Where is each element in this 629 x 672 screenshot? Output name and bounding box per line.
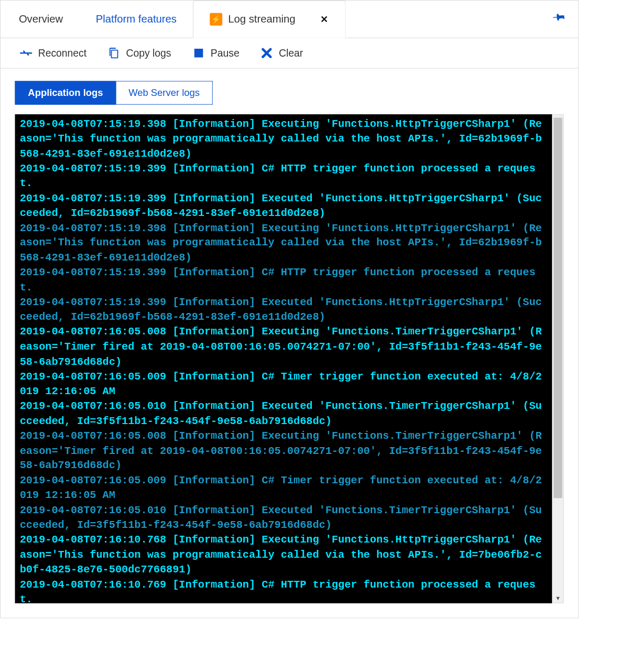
log-line: 2019-04-08T07:15:19.399 [Information] Ex…	[20, 191, 547, 221]
log-line: 2019-04-08T07:16:05.010 [Information] Ex…	[20, 399, 547, 429]
reconnect-label: Reconnect	[38, 47, 86, 59]
tab-log-streaming[interactable]: ⚡ Log streaming ✕	[193, 1, 345, 38]
log-subtabs: Application logs Web Server logs	[1, 69, 578, 105]
tab-platform-features[interactable]: Platform features	[80, 1, 193, 38]
pin-icon[interactable]	[548, 9, 568, 29]
pause-icon	[192, 47, 205, 59]
pause-label: Pause	[211, 47, 240, 59]
tab-platform-label: Platform features	[96, 13, 177, 25]
scroll-thumb[interactable]	[554, 117, 562, 498]
copy-logs-button[interactable]: Copy logs	[108, 47, 171, 59]
tab-overview[interactable]: Overview	[3, 1, 80, 38]
close-icon[interactable]: ✕	[320, 14, 329, 25]
subtab-app-label: Application logs	[28, 88, 103, 98]
log-line: 2019-04-08T07:15:19.398 [Information] Ex…	[20, 117, 547, 162]
subtab-web-server-logs[interactable]: Web Server logs	[116, 81, 212, 105]
copy-label: Copy logs	[126, 47, 171, 59]
tab-log-streaming-label: Log streaming	[228, 13, 295, 26]
reconnect-button[interactable]: Reconnect	[20, 47, 86, 59]
log-line: 2019-04-08T07:16:05.008 [Information] Ex…	[20, 325, 547, 370]
pin-area	[552, 1, 578, 38]
console-wrap: 2019-04-08T07:15:19.398 [Information] Ex…	[1, 105, 578, 618]
log-console[interactable]: 2019-04-08T07:15:19.398 [Information] Ex…	[15, 114, 552, 603]
log-line: 2019-04-08T07:16:05.008 [Information] Ex…	[20, 429, 547, 474]
log-line: 2019-04-08T07:15:19.399 [Information] C#…	[20, 162, 547, 192]
log-line: 2019-04-08T07:15:19.398 [Information] Ex…	[20, 221, 547, 266]
log-line: 2019-04-08T07:15:19.399 [Information] Ex…	[20, 296, 547, 326]
scrollbar[interactable]: ▼	[552, 114, 563, 603]
clear-icon	[261, 47, 273, 59]
clear-button[interactable]: Clear	[261, 47, 303, 59]
clear-label: Clear	[279, 47, 303, 59]
log-line: 2019-04-08T07:16:05.009 [Information] C#…	[20, 370, 547, 399]
subtab-application-logs[interactable]: Application logs	[15, 81, 116, 105]
reconnect-icon	[20, 47, 32, 59]
scroll-down-icon[interactable]: ▼	[552, 595, 563, 602]
log-line: 2019-04-08T07:16:05.010 [Information] Ex…	[20, 503, 547, 533]
log-line: 2019-04-08T07:16:10.769 [Information] C#…	[20, 578, 547, 603]
log-line: 2019-04-08T07:16:10.768 [Information] Ex…	[20, 533, 547, 578]
main-tabbar: Overview Platform features ⚡ Log streami…	[1, 1, 578, 38]
tab-overview-label: Overview	[19, 13, 63, 25]
azure-functions-icon: ⚡	[210, 13, 222, 26]
subtab-web-label: Web Server logs	[128, 88, 200, 98]
toolbar: Reconnect Copy logs Pause Clear	[1, 38, 578, 69]
svg-rect-0	[112, 50, 118, 58]
log-line: 2019-04-08T07:15:19.399 [Information] C#…	[20, 266, 547, 296]
svg-rect-1	[194, 49, 203, 58]
pause-button[interactable]: Pause	[192, 47, 240, 59]
copy-icon	[108, 47, 121, 59]
log-line: 2019-04-08T07:16:05.009 [Information] C#…	[20, 474, 547, 504]
